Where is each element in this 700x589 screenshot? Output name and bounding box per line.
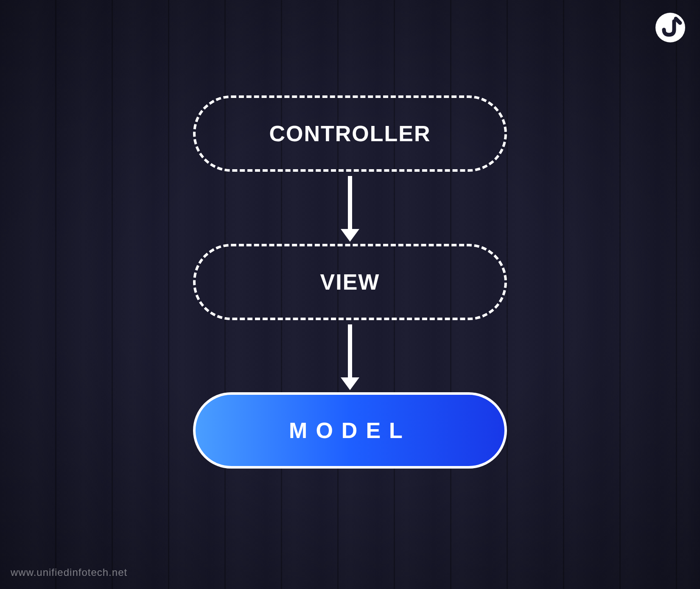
arrow-line: [348, 176, 352, 229]
model-label: MODEL: [289, 418, 411, 443]
arrow-head-icon: [341, 229, 359, 242]
arrow-view-to-model: [341, 324, 359, 390]
arrow-head-icon: [341, 377, 359, 390]
view-label: VIEW: [320, 269, 380, 295]
controller-label: CONTROLLER: [269, 121, 431, 146]
arrow-controller-to-view: [341, 176, 359, 242]
brand-logo-icon: [655, 13, 685, 42]
arrow-line: [348, 324, 352, 377]
controller-node: CONTROLLER: [193, 95, 507, 172]
mvc-diagram: CONTROLLER VIEW MODEL: [193, 95, 507, 469]
model-node: MODEL: [193, 392, 507, 469]
footer-url: www.unifiedinfotech.net: [11, 567, 127, 578]
view-node: VIEW: [193, 244, 507, 320]
svg-point-0: [655, 13, 685, 42]
